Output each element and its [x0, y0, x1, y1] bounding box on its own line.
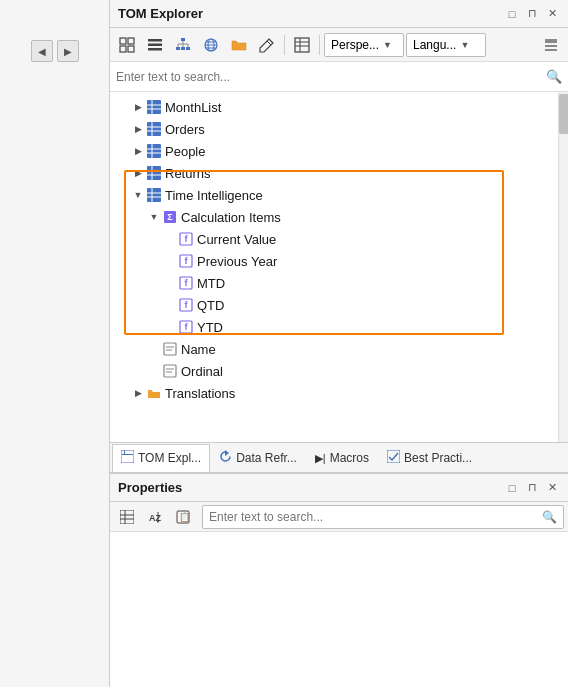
svg-rect-3 — [128, 46, 134, 52]
title-bar: TOM Explorer □ ⊓ ✕ — [110, 0, 568, 28]
properties-minimize-button[interactable]: □ — [504, 480, 520, 496]
table-icon-orders — [146, 121, 162, 137]
tree-view: ▶ MonthList ▶ Orders ▶ People — [110, 92, 568, 442]
hierarchy-icon[interactable] — [170, 32, 196, 58]
tree-item-ytd[interactable]: ▶ f YTD — [110, 316, 568, 338]
label-ytd: YTD — [197, 320, 223, 335]
svg-rect-7 — [181, 38, 185, 41]
tree-item-orders[interactable]: ▶ Orders — [110, 118, 568, 140]
properties-pin-button[interactable]: ⊓ — [524, 480, 540, 496]
tree-item-monthlist[interactable]: ▶ MonthList — [110, 96, 568, 118]
tree-item-ordinal[interactable]: ▶ Ordinal — [110, 360, 568, 382]
dock-icon[interactable] — [538, 32, 564, 58]
svg-rect-10 — [186, 47, 190, 50]
grid-icon[interactable] — [114, 32, 140, 58]
label-monthlist: MonthList — [165, 100, 221, 115]
window-title: TOM Explorer — [118, 6, 203, 21]
expander-monthlist[interactable]: ▶ — [130, 99, 146, 115]
expander-people[interactable]: ▶ — [130, 143, 146, 159]
calc-item-icon-ytd: f — [178, 319, 194, 335]
calc-item-icon-qtd: f — [178, 297, 194, 313]
svg-rect-9 — [181, 47, 185, 50]
svg-rect-71 — [387, 450, 400, 463]
tree-item-calculation-items[interactable]: ▼ Σ Calculation Items — [110, 206, 568, 228]
tree-item-returns[interactable]: ▶ Returns — [110, 162, 568, 184]
tab-best-practices[interactable]: Best Practi... — [378, 444, 481, 472]
svg-rect-29 — [147, 100, 161, 114]
tab-data-refresh[interactable]: Data Refr... — [210, 444, 306, 472]
tree-item-qtd[interactable]: ▶ f QTD — [110, 294, 568, 316]
properties-search-input[interactable] — [209, 510, 542, 524]
svg-rect-68 — [122, 454, 133, 455]
search-input[interactable] — [116, 70, 542, 84]
expander-translations[interactable]: ▶ — [130, 385, 146, 401]
svg-text:f: f — [185, 278, 189, 288]
table-grid-icon[interactable] — [289, 32, 315, 58]
tree-item-people[interactable]: ▶ People — [110, 140, 568, 162]
properties-sort-icon[interactable]: AZ — [142, 504, 168, 530]
expander-time-intelligence[interactable]: ▼ — [130, 187, 146, 203]
properties-title-bar: Properties □ ⊓ ✕ — [110, 474, 568, 502]
close-button[interactable]: ✕ — [544, 6, 560, 22]
label-returns: Returns — [165, 166, 211, 181]
calc-item-icon-mtd: f — [178, 275, 194, 291]
properties-filter-icon[interactable]: 📋 — [170, 504, 196, 530]
svg-rect-0 — [120, 38, 126, 44]
svg-rect-61 — [164, 343, 176, 355]
tree-item-name[interactable]: ▶ Name — [110, 338, 568, 360]
label-current-value: Current Value — [197, 232, 276, 247]
language-dropdown[interactable]: Langu... ▼ — [406, 33, 486, 57]
svg-rect-41 — [147, 166, 161, 180]
minimize-button[interactable]: □ — [504, 6, 520, 22]
svg-rect-2 — [120, 46, 126, 52]
edit-icon[interactable] — [254, 32, 280, 58]
table-icon-monthlist — [146, 99, 162, 115]
tree-item-translations[interactable]: ▶ Translations — [110, 382, 568, 404]
table-icon-time-intelligence — [146, 187, 162, 203]
expander-orders[interactable]: ▶ — [130, 121, 146, 137]
tree-item-previous-year[interactable]: ▶ f Previous Year — [110, 250, 568, 272]
svg-rect-22 — [295, 38, 309, 52]
pin-button[interactable]: ⊓ — [524, 6, 540, 22]
svg-rect-28 — [545, 49, 557, 51]
tab-macros[interactable]: ▶| Macros — [306, 444, 378, 472]
svg-rect-37 — [147, 144, 161, 158]
tree-item-mtd[interactable]: ▶ f MTD — [110, 272, 568, 294]
properties-search-icon: 🔍 — [542, 510, 557, 524]
svg-rect-45 — [147, 188, 161, 202]
globe-icon[interactable] — [198, 32, 224, 58]
tree-item-time-intelligence[interactable]: ▼ Time Intelligence — [110, 184, 568, 206]
toolbar-separator-2 — [319, 35, 320, 55]
svg-marker-70 — [225, 450, 229, 456]
perspective-label: Perspe... — [331, 38, 379, 52]
list-icon[interactable] — [142, 32, 168, 58]
svg-rect-27 — [545, 45, 557, 47]
label-orders: Orders — [165, 122, 205, 137]
back-button[interactable]: ◀ — [31, 40, 53, 62]
properties-close-button[interactable]: ✕ — [544, 480, 560, 496]
svg-text:f: f — [185, 234, 189, 244]
scrollbar-thumb[interactable] — [559, 94, 568, 134]
tree-item-current-value[interactable]: ▶ f Current Value — [110, 228, 568, 250]
forward-button[interactable]: ▶ — [57, 40, 79, 62]
svg-text:f: f — [185, 300, 189, 310]
tab-tom-explorer[interactable]: TOM Expl... — [112, 444, 210, 472]
svg-rect-5 — [148, 43, 162, 46]
svg-text:Σ: Σ — [167, 212, 173, 222]
svg-line-21 — [267, 41, 271, 45]
expander-calculation-items[interactable]: ▼ — [146, 209, 162, 225]
properties-grid-icon[interactable] — [114, 504, 140, 530]
left-navigation-panel: ◀ ▶ — [0, 0, 110, 687]
svg-rect-26 — [545, 39, 557, 43]
calc-item-icon-current-value: f — [178, 231, 194, 247]
svg-rect-64 — [164, 365, 176, 377]
scrollbar-track[interactable] — [558, 92, 568, 442]
svg-rect-67 — [121, 450, 134, 463]
tab-data-refresh-icon — [219, 450, 232, 466]
properties-panel: Properties □ ⊓ ✕ AZ 📋 — [110, 472, 568, 687]
svg-text:📋: 📋 — [179, 511, 190, 523]
perspective-dropdown[interactable]: Perspe... ▼ — [324, 33, 404, 57]
navigation-arrows: ◀ ▶ — [31, 40, 79, 62]
expander-returns[interactable]: ▶ — [130, 165, 146, 181]
folder-icon[interactable] — [226, 32, 252, 58]
